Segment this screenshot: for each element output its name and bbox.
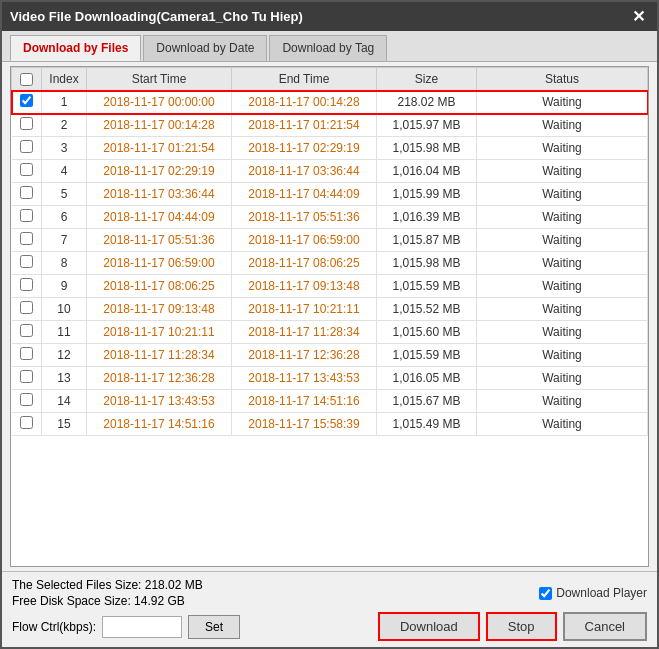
flow-ctrl-input[interactable]: [102, 616, 182, 638]
row-size: 1,016.05 MB: [377, 367, 477, 390]
row-checkbox-cell: [12, 206, 42, 229]
row-size: 1,015.59 MB: [377, 344, 477, 367]
tab-download-by-date[interactable]: Download by Date: [143, 35, 267, 61]
file-table-container: Index Start Time End Time Size Status 12…: [10, 66, 649, 567]
row-checkbox-cell: [12, 413, 42, 436]
tab-download-by-files[interactable]: Download by Files: [10, 35, 141, 61]
row-status: Waiting: [477, 91, 648, 114]
row-end-time: 2018-11-17 11:28:34: [232, 321, 377, 344]
row-start-time: 2018-11-17 00:00:00: [87, 91, 232, 114]
close-button[interactable]: ✕: [628, 7, 649, 26]
row-checkbox[interactable]: [20, 186, 33, 199]
row-checkbox-cell: [12, 298, 42, 321]
free-disk-label: Free Disk Space Size:: [12, 594, 131, 608]
row-index: 10: [42, 298, 87, 321]
select-all-checkbox[interactable]: [20, 73, 33, 86]
stop-button[interactable]: Stop: [486, 612, 557, 641]
table-row: 112018-11-17 10:21:112018-11-17 11:28:34…: [12, 321, 648, 344]
row-start-time: 2018-11-17 04:44:09: [87, 206, 232, 229]
row-end-time: 2018-11-17 06:59:00: [232, 229, 377, 252]
table-row: 132018-11-17 12:36:282018-11-17 13:43:53…: [12, 367, 648, 390]
row-checkbox[interactable]: [20, 163, 33, 176]
row-checkbox[interactable]: [20, 347, 33, 360]
row-size: 1,015.98 MB: [377, 137, 477, 160]
row-start-time: 2018-11-17 05:51:36: [87, 229, 232, 252]
row-index: 1: [42, 91, 87, 114]
row-checkbox[interactable]: [20, 301, 33, 314]
header-status: Status: [477, 68, 648, 91]
selected-files-label: The Selected Files Size:: [12, 578, 141, 592]
download-player-label: Download Player: [556, 586, 647, 600]
flow-ctrl-label: Flow Ctrl(kbps):: [12, 620, 96, 634]
row-checkbox[interactable]: [20, 209, 33, 222]
flow-ctrl-left: Flow Ctrl(kbps): Set: [12, 615, 240, 639]
row-status: Waiting: [477, 321, 648, 344]
row-index: 6: [42, 206, 87, 229]
title-bar: Video File Downloading(Camera1_Cho Tu Hi…: [2, 2, 657, 31]
action-buttons: Download Stop Cancel: [378, 612, 647, 641]
table-row: 32018-11-17 01:21:542018-11-17 02:29:191…: [12, 137, 648, 160]
row-size: 1,015.60 MB: [377, 321, 477, 344]
row-checkbox-cell: [12, 321, 42, 344]
row-checkbox[interactable]: [20, 416, 33, 429]
row-status: Waiting: [477, 367, 648, 390]
row-checkbox-cell: [12, 229, 42, 252]
row-status: Waiting: [477, 137, 648, 160]
row-checkbox-cell: [12, 114, 42, 137]
row-start-time: 2018-11-17 08:06:25: [87, 275, 232, 298]
row-checkbox[interactable]: [20, 140, 33, 153]
row-end-time: 2018-11-17 03:36:44: [232, 160, 377, 183]
row-checkbox[interactable]: [20, 370, 33, 383]
row-end-time: 2018-11-17 00:14:28: [232, 91, 377, 114]
row-index: 12: [42, 344, 87, 367]
row-status: Waiting: [477, 114, 648, 137]
download-button[interactable]: Download: [378, 612, 480, 641]
tab-download-by-tag[interactable]: Download by Tag: [269, 35, 387, 61]
row-status: Waiting: [477, 183, 648, 206]
row-end-time: 2018-11-17 08:06:25: [232, 252, 377, 275]
cancel-button[interactable]: Cancel: [563, 612, 647, 641]
set-button[interactable]: Set: [188, 615, 240, 639]
row-index: 2: [42, 114, 87, 137]
table-row: 62018-11-17 04:44:092018-11-17 05:51:361…: [12, 206, 648, 229]
file-table: Index Start Time End Time Size Status 12…: [11, 67, 648, 436]
row-end-time: 2018-11-17 10:21:11: [232, 298, 377, 321]
row-checkbox[interactable]: [20, 232, 33, 245]
row-index: 7: [42, 229, 87, 252]
table-row: 102018-11-17 09:13:482018-11-17 10:21:11…: [12, 298, 648, 321]
row-index: 14: [42, 390, 87, 413]
table-row: 12018-11-17 00:00:002018-11-17 00:14:282…: [12, 91, 648, 114]
table-row: 72018-11-17 05:51:362018-11-17 06:59:001…: [12, 229, 648, 252]
row-checkbox[interactable]: [20, 393, 33, 406]
row-start-time: 2018-11-17 12:36:28: [87, 367, 232, 390]
row-status: Waiting: [477, 275, 648, 298]
info-left: The Selected Files Size: 218.02 MB Free …: [12, 578, 203, 608]
row-checkbox-cell: [12, 367, 42, 390]
row-size: 1,016.04 MB: [377, 160, 477, 183]
row-end-time: 2018-11-17 13:43:53: [232, 367, 377, 390]
selected-files-value: 218.02 MB: [145, 578, 203, 592]
row-end-time: 2018-11-17 04:44:09: [232, 183, 377, 206]
row-size: 1,015.98 MB: [377, 252, 477, 275]
row-index: 5: [42, 183, 87, 206]
row-checkbox[interactable]: [20, 255, 33, 268]
row-checkbox-cell: [12, 252, 42, 275]
row-index: 4: [42, 160, 87, 183]
row-checkbox-cell: [12, 275, 42, 298]
row-checkbox-cell: [12, 183, 42, 206]
table-row: 152018-11-17 14:51:162018-11-17 15:58:39…: [12, 413, 648, 436]
row-checkbox[interactable]: [20, 278, 33, 291]
row-checkbox[interactable]: [20, 94, 33, 107]
row-start-time: 2018-11-17 02:29:19: [87, 160, 232, 183]
download-player-checkbox[interactable]: [539, 587, 552, 600]
download-player-section: Download Player: [539, 578, 647, 608]
header-start-time: Start Time: [87, 68, 232, 91]
row-checkbox[interactable]: [20, 324, 33, 337]
bottom-panel: The Selected Files Size: 218.02 MB Free …: [2, 571, 657, 647]
row-checkbox[interactable]: [20, 117, 33, 130]
row-end-time: 2018-11-17 02:29:19: [232, 137, 377, 160]
table-scroll-area[interactable]: Index Start Time End Time Size Status 12…: [11, 67, 648, 566]
row-status: Waiting: [477, 298, 648, 321]
row-end-time: 2018-11-17 15:58:39: [232, 413, 377, 436]
row-checkbox-cell: [12, 390, 42, 413]
